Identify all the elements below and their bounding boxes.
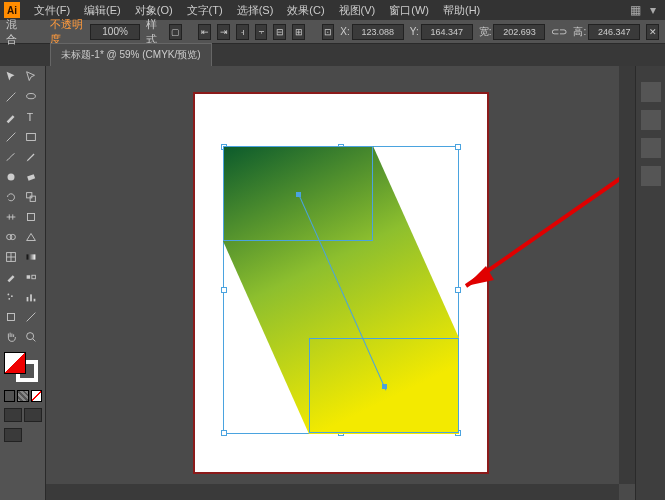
artboard[interactable] [193, 92, 489, 474]
align-icon-3[interactable]: ⫞ [236, 24, 249, 40]
svg-point-17 [8, 294, 10, 296]
column-graph-tool[interactable] [22, 288, 40, 306]
vertical-scrollbar[interactable] [619, 66, 635, 484]
svg-point-24 [27, 333, 34, 340]
main-area: T [0, 66, 665, 500]
svg-rect-7 [30, 196, 35, 201]
rectangle-tool[interactable] [22, 128, 40, 146]
width-tool[interactable] [2, 208, 20, 226]
hand-tool[interactable] [2, 328, 20, 346]
symbol-sprayer-tool[interactable] [2, 288, 20, 306]
direct-selection-tool[interactable] [22, 68, 40, 86]
blend-label: 混合 [6, 17, 23, 47]
magic-wand-tool[interactable] [2, 88, 20, 106]
pen-tool[interactable] [2, 108, 20, 126]
svg-line-2 [7, 133, 16, 142]
svg-point-4 [8, 174, 15, 181]
svg-rect-6 [27, 193, 32, 198]
selection-tool[interactable] [2, 68, 20, 86]
fill-swatch[interactable] [4, 352, 26, 374]
panel-icon-3[interactable] [641, 138, 661, 158]
opacity-label: 不透明度 [50, 17, 84, 47]
screen-mode[interactable] [4, 428, 22, 442]
svg-rect-23 [8, 314, 15, 321]
opacity-input[interactable] [90, 24, 140, 40]
w-label: 宽: [479, 25, 492, 39]
x-label: X: [340, 26, 349, 37]
type-tool[interactable]: T [22, 108, 40, 126]
svg-rect-16 [32, 275, 36, 279]
arrange-icon[interactable]: ▦ [627, 3, 643, 17]
svg-rect-8 [28, 214, 35, 221]
menu-type[interactable]: 文字(T) [181, 1, 229, 20]
menu-window[interactable]: 窗口(W) [383, 1, 435, 20]
color-mode-3[interactable] [31, 390, 42, 402]
scale-tool[interactable] [22, 188, 40, 206]
eraser-tool[interactable] [22, 168, 40, 186]
align-icon-1[interactable]: ⇤ [198, 24, 211, 40]
canvas-area[interactable] [46, 66, 635, 500]
anchor-icon[interactable]: ⊡ [322, 24, 335, 40]
line-tool[interactable] [2, 128, 20, 146]
svg-line-25 [33, 339, 36, 342]
blob-brush-tool[interactable] [2, 168, 20, 186]
tools-panel: T [0, 66, 46, 500]
color-mode-1[interactable] [4, 390, 15, 402]
perspective-tool[interactable] [22, 228, 40, 246]
menu-edit[interactable]: 编辑(E) [78, 1, 127, 20]
panel-icon-2[interactable] [641, 110, 661, 130]
tab-bar: 未标题-1* @ 59% (CMYK/预览) [0, 44, 665, 66]
screen-mode-row2 [2, 428, 22, 442]
menu-view[interactable]: 视图(V) [333, 1, 382, 20]
slice-tool[interactable] [22, 308, 40, 326]
document-tab[interactable]: 未标题-1* @ 59% (CMYK/预览) [50, 43, 212, 66]
zoom-tool[interactable] [22, 328, 40, 346]
link-icon[interactable]: ⊂⊃ [551, 26, 567, 37]
rotate-tool[interactable] [2, 188, 20, 206]
lasso-tool[interactable] [22, 88, 40, 106]
eyedropper-tool[interactable] [2, 268, 20, 286]
horizontal-scrollbar[interactable] [46, 484, 619, 500]
paintbrush-tool[interactable] [2, 148, 20, 166]
align-icon-5[interactable]: ⊟ [273, 24, 286, 40]
right-panel-dock [635, 66, 665, 500]
menu-effect[interactable]: 效果(C) [281, 1, 330, 20]
svg-rect-22 [34, 299, 36, 302]
free-transform-tool[interactable] [22, 208, 40, 226]
align-icon-6[interactable]: ⊞ [292, 24, 305, 40]
pencil-tool[interactable] [22, 148, 40, 166]
blend-tool[interactable] [22, 268, 40, 286]
reset-icon[interactable]: ✕ [646, 24, 659, 40]
svg-point-10 [10, 234, 15, 239]
fill-stroke-swatch[interactable] [4, 352, 43, 384]
options-bar: 混合 不透明度 样式 ▢ ⇤ ⇥ ⫞ ⫟ ⊟ ⊞ ⊡ X: 123.088 Y:… [0, 20, 665, 44]
svg-rect-5 [27, 174, 35, 181]
svg-rect-15 [27, 275, 31, 279]
gradient-tool[interactable] [22, 248, 40, 266]
svg-line-27 [466, 171, 631, 286]
shape-builder-tool[interactable] [2, 228, 20, 246]
h-input[interactable]: 246.347 [588, 24, 640, 40]
panel-icon-1[interactable] [641, 82, 661, 102]
draw-mode-1[interactable] [4, 408, 22, 422]
svg-point-19 [8, 298, 10, 300]
svg-point-0 [27, 94, 36, 99]
panel-icon-4[interactable] [641, 166, 661, 186]
artboard-tool[interactable] [2, 308, 20, 326]
svg-rect-21 [30, 294, 32, 301]
color-mode-2[interactable] [17, 390, 28, 402]
dropdown-icon[interactable]: ▾ [645, 3, 661, 17]
x-input[interactable]: 123.088 [352, 24, 404, 40]
svg-rect-14 [27, 254, 36, 259]
align-icon-4[interactable]: ⫟ [255, 24, 268, 40]
draw-mode-2[interactable] [24, 408, 42, 422]
style-swatch[interactable]: ▢ [169, 24, 182, 40]
menu-select[interactable]: 选择(S) [231, 1, 280, 20]
w-input[interactable]: 202.693 [493, 24, 545, 40]
svg-rect-3 [27, 134, 36, 141]
mesh-tool[interactable] [2, 248, 20, 266]
menu-help[interactable]: 帮助(H) [437, 1, 486, 20]
y-input[interactable]: 164.347 [421, 24, 473, 40]
menu-bar: Ai 文件(F) 编辑(E) 对象(O) 文字(T) 选择(S) 效果(C) 视… [0, 0, 665, 20]
align-icon-2[interactable]: ⇥ [217, 24, 230, 40]
